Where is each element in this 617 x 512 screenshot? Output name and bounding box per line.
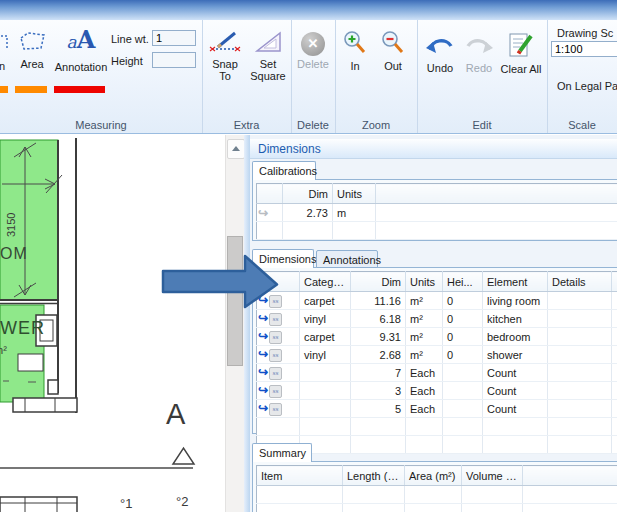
cell-units bbox=[406, 436, 443, 454]
cell-category: vinyl bbox=[300, 310, 351, 328]
summary-row[interactable] bbox=[257, 504, 617, 512]
row-goto-icon[interactable]: ↪ bbox=[258, 366, 268, 378]
partial-tool-button[interactable]: n bbox=[0, 30, 10, 72]
calibration-row[interactable] bbox=[257, 222, 617, 240]
col-calib-units[interactable]: Units bbox=[333, 184, 376, 204]
col-height[interactable]: Hei... bbox=[443, 272, 483, 292]
cell-filler bbox=[612, 364, 617, 382]
ribbon-group-zoom: In Out Zoom bbox=[335, 20, 418, 133]
app-window: n Area aA Annotation Line wt. Height Mea… bbox=[0, 0, 617, 512]
cell-height bbox=[443, 382, 483, 400]
set-square-button[interactable]: Set Square bbox=[247, 30, 289, 82]
dimension-row[interactable]: ↪ssvinyl2.68m²0shower bbox=[257, 346, 617, 364]
col-item[interactable]: Item bbox=[257, 466, 343, 486]
tab-annotations[interactable]: Annotations bbox=[316, 250, 378, 268]
row-icon-cell: ↪ss bbox=[257, 328, 300, 346]
calibration-row[interactable]: ↪2.73m bbox=[257, 204, 617, 222]
ribbon-group-delete: ✕ Delete Delete bbox=[291, 20, 336, 133]
cell-category: carpet bbox=[300, 328, 351, 346]
plan-viewport[interactable]: 3150 OM WER m² A °1 °2 bbox=[0, 135, 225, 512]
line-weight-input[interactable] bbox=[152, 30, 196, 46]
col-units[interactable]: Units bbox=[406, 272, 443, 292]
partial-tool-icon bbox=[0, 30, 9, 56]
dimension-row[interactable]: ↪sscarpet11.16m²0living room bbox=[257, 292, 617, 310]
calibrations-table-body: ↪2.73m bbox=[257, 204, 617, 240]
cell-details bbox=[548, 436, 612, 454]
cell-dim bbox=[351, 418, 406, 436]
cell-filler bbox=[612, 436, 617, 454]
pointer-arrow bbox=[160, 249, 280, 319]
row-icon-cell bbox=[257, 222, 283, 240]
dimension-row[interactable]: ↪ssvinyl6.18m²0kitchen bbox=[257, 310, 617, 328]
row-secondary-icon[interactable]: ss bbox=[269, 349, 282, 362]
drawing-scale-input[interactable] bbox=[551, 41, 617, 57]
dimension-row[interactable]: ↪sscarpet9.31m²0bedroom bbox=[257, 328, 617, 346]
cell-volume bbox=[462, 504, 523, 512]
row-goto-icon[interactable]: ↪ bbox=[258, 384, 268, 396]
undo-icon bbox=[425, 34, 455, 58]
group-label-zoom: Zoom bbox=[335, 119, 417, 131]
zoom-in-icon bbox=[342, 30, 368, 56]
row-secondary-icon[interactable]: ss bbox=[269, 331, 282, 344]
cell-element: shower bbox=[483, 346, 548, 364]
area-button[interactable]: Area bbox=[12, 30, 52, 70]
delete-button[interactable]: ✕ Delete bbox=[294, 32, 332, 70]
row-secondary-icon[interactable]: ss bbox=[269, 385, 282, 398]
col-length[interactable]: Length (m) bbox=[343, 466, 405, 486]
undo-button[interactable]: Undo bbox=[421, 34, 459, 74]
summary-group-box: Item Length (m) Area (m²) Volume (... bbox=[252, 461, 617, 512]
row-goto-icon[interactable]: ↪ bbox=[258, 348, 268, 360]
summary-row[interactable] bbox=[257, 486, 617, 504]
cell-dim bbox=[351, 436, 406, 454]
clear-all-icon bbox=[507, 32, 535, 59]
dimension-row[interactable]: ↪ss7EachCount bbox=[257, 364, 617, 382]
tab-summary[interactable]: Summary bbox=[252, 443, 312, 462]
cell-details bbox=[548, 382, 612, 400]
cell-height: 0 bbox=[443, 310, 483, 328]
cell-dim: 9.31 bbox=[351, 328, 406, 346]
cell-units: m² bbox=[406, 346, 443, 364]
zoom-in-label: In bbox=[338, 60, 372, 72]
cell-units: m² bbox=[406, 310, 443, 328]
color-swatch-annotation bbox=[54, 86, 105, 93]
cell-height bbox=[443, 436, 483, 454]
plan-vertical-scrollbar[interactable] bbox=[225, 135, 244, 512]
pointer-arrow-shape bbox=[163, 256, 277, 307]
cell-dim: 2.73 bbox=[283, 204, 333, 222]
col-area[interactable]: Area (m²) bbox=[405, 466, 462, 486]
dimension-row[interactable] bbox=[257, 418, 617, 436]
clear-all-label: Clear All bbox=[497, 63, 545, 75]
cell-dim: 7 bbox=[351, 364, 406, 382]
col-dim[interactable]: Dim bbox=[351, 272, 406, 292]
height-input[interactable] bbox=[152, 52, 196, 68]
row-goto-icon[interactable]: ↪ bbox=[258, 402, 268, 414]
col-element[interactable]: Element bbox=[483, 272, 548, 292]
reference-marker-2: °2 bbox=[176, 494, 188, 509]
row-secondary-icon[interactable]: ss bbox=[269, 403, 282, 416]
col-category[interactable]: Category bbox=[300, 272, 351, 292]
cell-details bbox=[548, 418, 612, 436]
row-secondary-icon[interactable]: ss bbox=[269, 367, 282, 380]
dimension-row[interactable]: ↪ss5EachCount bbox=[257, 400, 617, 418]
tab-calibrations[interactable]: Calibrations bbox=[252, 161, 316, 180]
cell-filler bbox=[612, 346, 617, 364]
zoom-out-button[interactable]: Out bbox=[376, 30, 410, 72]
dimension-row[interactable]: ↪ss3EachCount bbox=[257, 382, 617, 400]
scroll-up-button[interactable] bbox=[227, 139, 245, 159]
cell-category bbox=[300, 418, 351, 436]
row-goto-icon[interactable]: ↪ bbox=[258, 330, 268, 342]
annotation-button[interactable]: aA Annotation bbox=[53, 26, 109, 73]
cell-category: vinyl bbox=[300, 346, 351, 364]
snap-to-button[interactable]: Snap To bbox=[205, 30, 245, 82]
cell-height bbox=[443, 418, 483, 436]
cell-category bbox=[300, 400, 351, 418]
col-calib-dim[interactable]: Dim bbox=[283, 184, 333, 204]
col-dim-filler bbox=[612, 272, 617, 292]
room-label-shower-partial: WER bbox=[0, 318, 45, 339]
zoom-in-button[interactable]: In bbox=[338, 30, 372, 72]
col-volume[interactable]: Volume (... bbox=[462, 466, 523, 486]
clear-all-button[interactable]: Clear All bbox=[497, 32, 545, 75]
redo-button[interactable]: Redo bbox=[461, 34, 497, 74]
group-label-extra: Extra bbox=[202, 119, 291, 131]
col-details[interactable]: Details bbox=[548, 272, 612, 292]
